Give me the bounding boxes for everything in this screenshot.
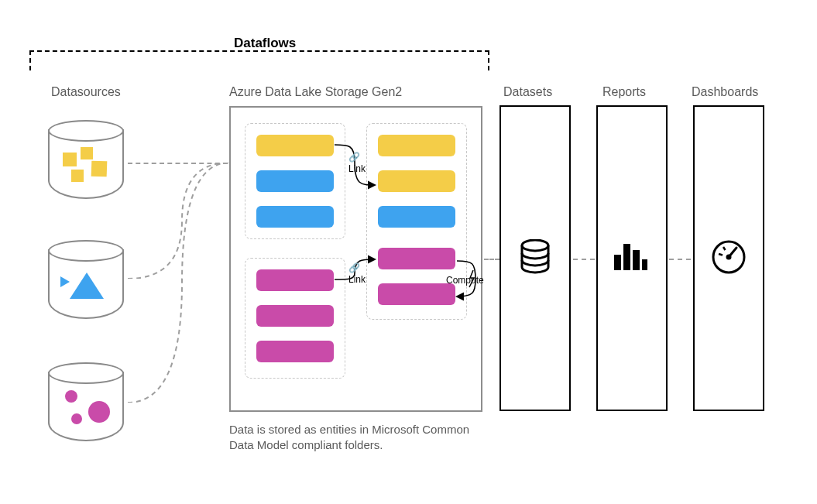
entity-group-bl [245,258,345,379]
svg-line-7 [729,248,736,257]
svg-line-9 [723,247,726,250]
connector [484,259,499,260]
label-datasources: Datasources [51,85,121,99]
label-adls: Azure Data Lake Storage Gen2 [229,85,402,99]
entity-bar [256,206,334,228]
entity-bar [256,269,334,291]
circle-icon [65,390,77,403]
adls-caption: Data is stored as entities in Microsoft … [229,422,493,454]
datasource-cylinder-1 [48,120,122,207]
circle-icon [71,413,82,424]
connector [128,163,236,403]
entity-bar [256,135,334,156]
link-label-2: Link [348,274,366,285]
label-datasets: Datasets [503,85,552,99]
entity-bar [378,248,455,269]
database-icon [518,239,552,278]
entity-bar [378,206,455,228]
svg-rect-3 [633,250,640,270]
entity-bar [256,305,334,327]
link-icon: 🔗 [348,262,360,273]
svg-rect-2 [623,244,630,270]
column-datasets [499,105,571,411]
link-label-1: Link [348,163,366,174]
square-icon [91,161,108,177]
circle-icon [88,401,110,423]
label-dashboards: Dashboards [692,85,758,99]
square-icon [63,153,77,166]
adls-panel: 🔗 🔗 Link Link Compute [229,106,482,412]
gauge-icon [709,238,748,279]
dataflows-title: Dataflows [234,36,296,51]
datasource-cylinder-2 [48,240,122,327]
entity-bar [256,170,334,192]
connector [669,259,691,260]
square-icon [81,147,93,159]
datasource-cylinder-3 [48,362,122,449]
triangle-icon [70,273,104,299]
architecture-diagram: Dataflows Datasources Azure Data Lake St… [0,0,817,504]
dataflows-bracket [29,50,489,70]
column-dashboards [693,105,764,411]
link-icon: 🔗 [348,152,360,163]
entity-bar [378,170,455,192]
square-icon [71,170,84,182]
svg-rect-4 [642,259,647,270]
entity-group-tl [245,123,345,239]
entity-bar [378,283,455,305]
svg-line-8 [719,254,723,255]
entity-bar [378,135,455,156]
entity-group-r [366,123,467,320]
bar-chart-icon [613,241,651,276]
connector [573,259,595,260]
entity-bar [256,341,334,362]
column-reports [596,105,668,411]
svg-point-0 [522,240,548,251]
svg-rect-1 [614,255,621,270]
label-reports: Reports [602,85,646,99]
compute-label: Compute [446,275,484,286]
